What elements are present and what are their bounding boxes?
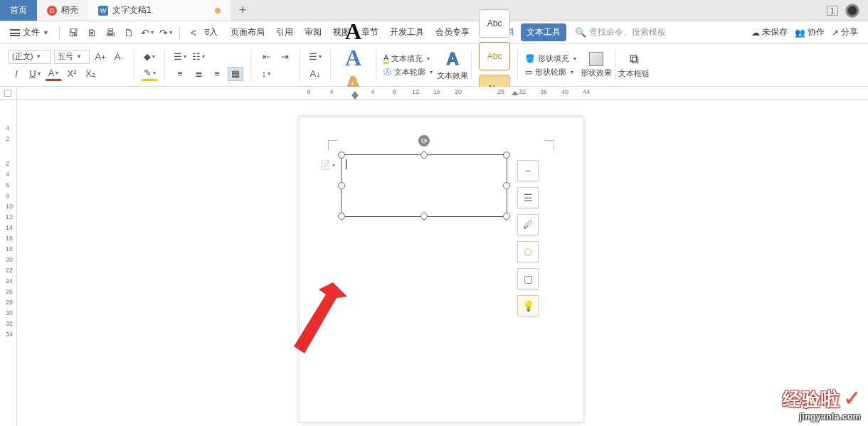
highlight-button[interactable]: ✎▾ bbox=[142, 67, 157, 81]
tab-document[interactable]: W 文字文稿1 bbox=[88, 0, 231, 21]
indent-right-icon[interactable] bbox=[512, 91, 519, 95]
number-list-button[interactable]: ☷▾ bbox=[191, 50, 206, 64]
text-direction-button[interactable]: ☰▾ bbox=[307, 50, 323, 64]
italic-button[interactable]: I bbox=[9, 67, 24, 81]
tab-home[interactable]: 首页 bbox=[0, 0, 37, 21]
tab-page-layout[interactable]: 页面布局 bbox=[225, 22, 270, 43]
search-input[interactable]: 🔍 查找命令、搜索模板 bbox=[575, 26, 674, 38]
clear-format-button[interactable]: ◆▾ bbox=[142, 50, 157, 64]
file-menu-label: 文件 bbox=[23, 26, 40, 38]
decrease-indent-button[interactable]: ⇤ bbox=[258, 50, 274, 64]
insert-nav-icon[interactable]: < bbox=[186, 25, 201, 41]
resize-handle-s[interactable] bbox=[420, 213, 428, 220]
idea-button[interactable]: 💡 bbox=[517, 295, 539, 316]
shape-effect-label: 形状效果 bbox=[581, 68, 612, 78]
ruler-tick: 8 bbox=[392, 88, 396, 95]
outline-icon: ▭ bbox=[525, 68, 532, 77]
line-spacing-button[interactable]: ↕▾ bbox=[258, 67, 274, 81]
align-justify-button[interactable]: ▦ bbox=[228, 67, 243, 81]
superscript-button[interactable]: X² bbox=[64, 67, 80, 81]
ruler-tick: 32 bbox=[519, 88, 526, 95]
save-icon[interactable]: 🖫 bbox=[65, 25, 81, 41]
format-brush-button[interactable]: 🖊 bbox=[517, 214, 539, 235]
file-menu[interactable]: 文件 ▼ bbox=[6, 24, 53, 41]
text-effect-button[interactable]: A 文本效果 bbox=[437, 49, 468, 81]
ruler-horizontal[interactable]: 8 4 4 8 12 16 20 28 32 36 40 44 bbox=[17, 87, 868, 100]
text-outline-button[interactable]: Ⓐ文本轮廓▾ bbox=[383, 67, 433, 78]
ruler-tick: 34 bbox=[6, 331, 13, 338]
resize-handle-nw[interactable] bbox=[338, 151, 345, 159]
layout-options-icon[interactable]: 📄▾ bbox=[321, 159, 334, 171]
ruler-tick: 12 bbox=[412, 88, 419, 95]
align-right-button[interactable]: ≡ bbox=[209, 67, 225, 81]
resize-handle-se[interactable] bbox=[503, 213, 510, 220]
unsaved-button[interactable]: ☁未保存 bbox=[751, 26, 788, 38]
ruler-tick: 4 bbox=[6, 171, 9, 178]
avatar[interactable] bbox=[845, 4, 859, 18]
window-number[interactable]: 1 bbox=[827, 6, 838, 16]
insert-short[interactable]: ਰ入 bbox=[204, 26, 218, 38]
print-icon[interactable]: 🖶 bbox=[102, 25, 118, 41]
shape-fill-button[interactable]: 🪣形状填充▾ bbox=[525, 53, 576, 64]
underline-button[interactable]: U▾ bbox=[27, 67, 43, 81]
docer-icon: D bbox=[47, 6, 57, 16]
ruler-vertical[interactable]: 4 2 2 4 6 8 10 12 14 16 18 20 22 24 26 2… bbox=[0, 100, 17, 426]
collab-button[interactable]: 👥协作 bbox=[795, 26, 825, 38]
shape-style-1[interactable]: Abc bbox=[479, 9, 510, 38]
print-preview-icon[interactable]: 🗋 bbox=[121, 25, 137, 41]
tab-text-tools[interactable]: 文本工具 bbox=[521, 23, 566, 41]
grow-font-button[interactable]: A+ bbox=[92, 50, 108, 64]
resize-handle-sw[interactable] bbox=[338, 213, 345, 220]
resize-handle-n[interactable] bbox=[420, 151, 428, 159]
watermark-text: 经验啦 bbox=[783, 389, 840, 410]
text-style-a1[interactable]: A bbox=[338, 18, 369, 45]
increase-indent-button[interactable]: ⇥ bbox=[277, 50, 292, 64]
watermark-url: jingyanla.com bbox=[783, 412, 861, 422]
ruler-tick: 26 bbox=[6, 288, 13, 295]
tab-reference[interactable]: 引用 bbox=[270, 22, 299, 43]
subscript-button[interactable]: X₂ bbox=[83, 67, 98, 81]
resize-handle-ne[interactable] bbox=[503, 151, 510, 159]
resize-handle-w[interactable] bbox=[338, 182, 345, 189]
zoom-out-button[interactable]: − bbox=[517, 160, 539, 181]
style-combo[interactable]: (正文)▼ bbox=[9, 50, 51, 64]
separator bbox=[179, 26, 180, 39]
font-color-button[interactable]: A▾ bbox=[46, 67, 61, 81]
ruler-tick: 40 bbox=[561, 88, 568, 95]
shape-effect-button[interactable]: 形状效果 bbox=[581, 52, 612, 78]
resize-handle-e[interactable] bbox=[503, 182, 510, 189]
shape-effect-icon bbox=[589, 52, 603, 66]
shape-outline-button[interactable]: ▭形状轮廓▾ bbox=[525, 67, 576, 78]
save-as-icon[interactable]: 🗎 bbox=[84, 25, 100, 41]
text-frame-link-button[interactable]: ⧉ 文本框链 bbox=[618, 52, 650, 79]
align-center-button[interactable]: ≣ bbox=[191, 67, 206, 81]
shrink-font-button[interactable]: A- bbox=[111, 50, 127, 64]
undo-icon[interactable]: ↶▾ bbox=[139, 25, 155, 41]
link-icon: ⧉ bbox=[630, 52, 639, 67]
tab-member[interactable]: 会员专享 bbox=[430, 22, 475, 43]
tab-new[interactable]: + bbox=[231, 0, 255, 21]
size-combo[interactable]: 五号▼ bbox=[54, 50, 90, 64]
crop-button[interactable]: ▢ bbox=[517, 268, 539, 289]
shape-style-2[interactable]: Abc bbox=[479, 42, 510, 70]
ruler-tick: 8 bbox=[307, 88, 310, 95]
tab-dev-tools[interactable]: 开发工具 bbox=[384, 22, 430, 43]
page[interactable]: 📄▾ ⟳ − ☰ 🖊 ⬠ ▢ 💡 bbox=[299, 117, 583, 422]
text-fill-button[interactable]: A文本填充▾ bbox=[383, 53, 433, 64]
share-button[interactable]: ↗分享 bbox=[832, 26, 858, 38]
ruler-tick: 32 bbox=[6, 320, 13, 327]
text-style-a2[interactable]: A bbox=[338, 45, 369, 71]
redo-icon[interactable]: ↷▾ bbox=[158, 25, 174, 41]
tab-docer[interactable]: D 稻壳 bbox=[37, 0, 88, 21]
shape-fill-label: 形状填充 bbox=[538, 53, 569, 64]
rotate-handle[interactable]: ⟳ bbox=[418, 135, 430, 147]
highlight-shape-button[interactable]: ⬠ bbox=[517, 241, 539, 262]
align-left-button[interactable]: ≡ bbox=[172, 67, 188, 81]
indent-bottom-icon[interactable] bbox=[351, 95, 359, 100]
bullet-list-button[interactable]: ☰▾ bbox=[172, 50, 188, 64]
tab-review[interactable]: 审阅 bbox=[299, 22, 327, 43]
text-box[interactable]: ⟳ bbox=[341, 154, 507, 217]
sort-button[interactable]: A↓ bbox=[307, 67, 323, 81]
wrap-text-button[interactable]: ☰ bbox=[517, 187, 539, 208]
size-combo-value: 五号 bbox=[58, 51, 73, 62]
